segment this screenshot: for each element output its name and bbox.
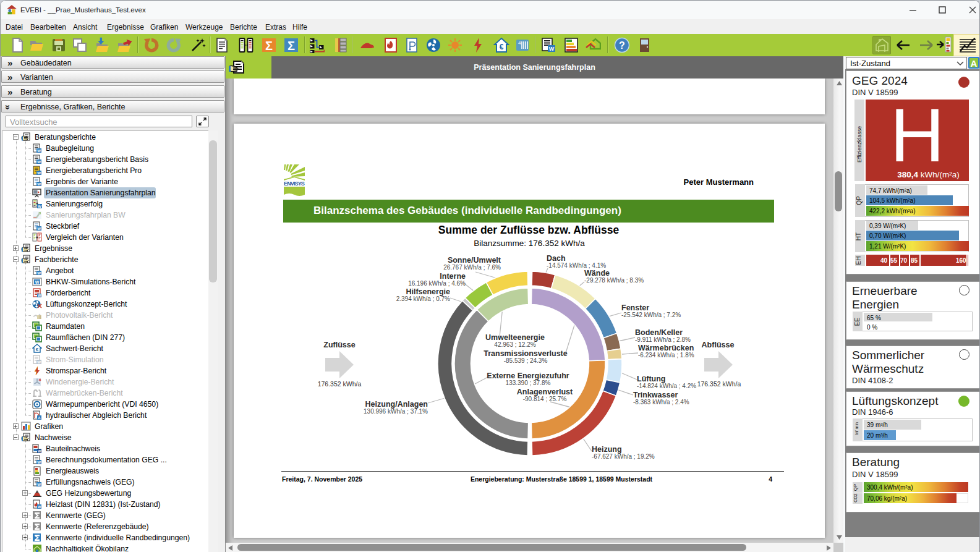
- svg-text:W: W: [37, 171, 41, 175]
- svg-text:W: W: [37, 271, 41, 275]
- svg-text:€: €: [500, 43, 504, 51]
- svg-text:4: 4: [518, 40, 521, 46]
- svg-text:W: W: [38, 205, 41, 208]
- svg-text:W: W: [37, 360, 41, 364]
- svg-text:W: W: [549, 46, 555, 52]
- svg-text:€: €: [36, 347, 39, 352]
- svg-text:W: W: [37, 160, 41, 164]
- svg-text:W: W: [37, 227, 41, 231]
- svg-text:A: A: [38, 416, 41, 420]
- svg-text:W: W: [38, 505, 41, 509]
- svg-text:W: W: [37, 182, 41, 186]
- svg-text:W: W: [35, 280, 40, 284]
- svg-text:W: W: [37, 149, 41, 153]
- svg-text:?: ?: [619, 40, 625, 51]
- svg-text:ENVISYS: ENVISYS: [284, 180, 305, 187]
- svg-text:Σ: Σ: [288, 39, 295, 53]
- svg-text:W: W: [37, 461, 41, 464]
- svg-text:Σ: Σ: [265, 39, 273, 53]
- svg-text:W: W: [38, 294, 41, 297]
- svg-text:W: W: [37, 483, 41, 486]
- svg-text:W: W: [38, 449, 41, 453]
